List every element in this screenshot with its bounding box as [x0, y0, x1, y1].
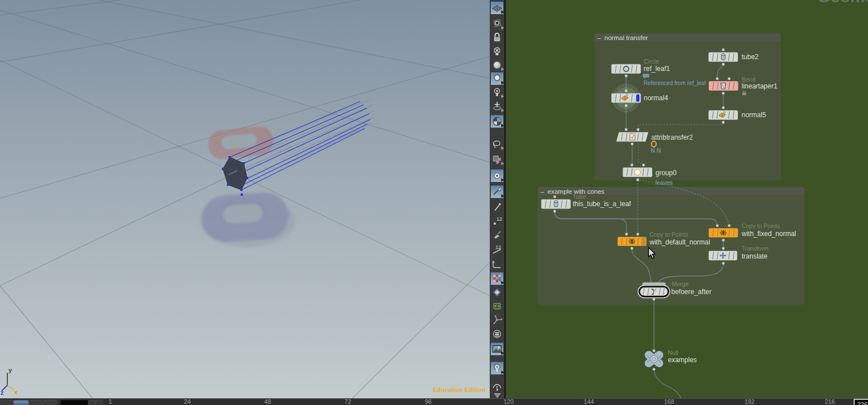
svg-text:Null: Null	[668, 349, 678, 356]
svg-text:226: 226	[857, 401, 867, 405]
svg-text:Circle: Circle	[644, 58, 659, 65]
svg-text:with_fixed_normal: with_fixed_normal	[741, 230, 797, 238]
svg-text:168: 168	[664, 398, 674, 405]
svg-text:attribtransfer2: attribtransfer2	[651, 133, 693, 141]
svg-text:Transform: Transform	[742, 245, 769, 252]
svg-text:96: 96	[425, 398, 432, 405]
svg-text:Tube: Tube	[573, 193, 587, 200]
svg-text:tube2: tube2	[742, 53, 759, 61]
svg-text:z: z	[1, 389, 4, 396]
svg-text:144: 144	[584, 398, 594, 405]
svg-text:Bend: Bend	[742, 76, 756, 83]
svg-text:Copy to Points: Copy to Points	[742, 222, 780, 229]
svg-text:group0: group0	[656, 169, 677, 177]
svg-text:x: x	[14, 389, 18, 395]
svg-text:Education Edition: Education Edition	[433, 386, 486, 393]
svg-text:translate: translate	[742, 252, 768, 260]
svg-text:examples: examples	[668, 356, 697, 364]
svg-text:with_default_normal: with_default_normal	[649, 238, 710, 246]
svg-text:normal5: normal5	[742, 111, 767, 119]
svg-text:N N: N N	[651, 147, 661, 154]
svg-text:normal4: normal4	[644, 94, 669, 102]
svg-text:12: 12	[496, 216, 502, 222]
svg-text:192: 192	[744, 398, 754, 405]
svg-text:12: 12	[495, 244, 501, 250]
svg-text:72: 72	[344, 398, 351, 405]
svg-text:216: 216	[825, 398, 835, 405]
svg-text:Geometry: Geometry	[817, 0, 868, 6]
svg-text:Referenced from ref_leaf: Referenced from ref_leaf	[644, 80, 706, 86]
svg-text:befoere_after: befoere_after	[672, 288, 712, 296]
svg-text:Merge: Merge	[672, 281, 689, 287]
svg-text:y: y	[8, 367, 12, 373]
svg-text:24: 24	[184, 398, 191, 405]
svg-text:48: 48	[264, 398, 271, 405]
svg-text:lineartaper1: lineartaper1	[742, 82, 778, 90]
svg-text:this_tube_is_a_leaf: this_tube_is_a_leaf	[573, 200, 632, 208]
svg-text:120: 120	[503, 398, 513, 405]
svg-text:Copy to Points: Copy to Points	[650, 231, 688, 238]
svg-text:1: 1	[109, 398, 112, 405]
svg-text:ref_leaf1: ref_leaf1	[644, 65, 670, 73]
svg-text:– normal transfer: – normal transfer	[597, 34, 648, 41]
svg-text:leaves: leaves	[656, 179, 673, 186]
